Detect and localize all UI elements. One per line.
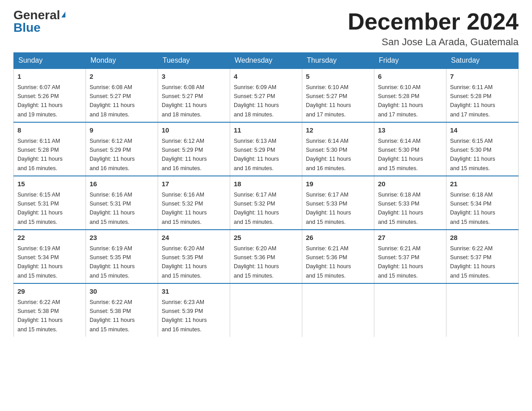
day-info: Sunrise: 6:19 AMSunset: 5:35 PMDaylight:… <box>90 245 135 279</box>
day-info: Sunrise: 6:08 AMSunset: 5:27 PMDaylight:… <box>90 84 135 118</box>
calendar-day-cell: 22 Sunrise: 6:19 AMSunset: 5:34 PMDaylig… <box>14 230 86 283</box>
day-number: 1 <box>17 72 82 82</box>
calendar-week-row: 15 Sunrise: 6:15 AMSunset: 5:31 PMDaylig… <box>14 176 519 230</box>
calendar-day-cell: 7 Sunrise: 6:11 AMSunset: 5:28 PMDayligh… <box>446 68 519 122</box>
calendar-day-cell: 24 Sunrise: 6:20 AMSunset: 5:35 PMDaylig… <box>158 230 230 283</box>
day-number: 21 <box>450 179 515 189</box>
day-info: Sunrise: 6:21 AMSunset: 5:36 PMDaylight:… <box>306 245 351 279</box>
day-number: 5 <box>306 72 370 82</box>
calendar-day-cell: 16 Sunrise: 6:16 AMSunset: 5:31 PMDaylig… <box>86 176 158 230</box>
calendar-day-cell: 20 Sunrise: 6:18 AMSunset: 5:33 PMDaylig… <box>374 176 446 230</box>
empty-cell <box>374 283 446 337</box>
calendar-day-cell: 9 Sunrise: 6:12 AMSunset: 5:29 PMDayligh… <box>86 122 158 176</box>
day-number: 27 <box>378 233 442 243</box>
day-number: 28 <box>450 233 515 243</box>
day-info: Sunrise: 6:10 AMSunset: 5:28 PMDaylight:… <box>378 84 423 118</box>
calendar-week-row: 22 Sunrise: 6:19 AMSunset: 5:34 PMDaylig… <box>14 230 519 283</box>
day-info: Sunrise: 6:18 AMSunset: 5:34 PMDaylight:… <box>450 192 495 225</box>
day-number: 23 <box>90 233 154 243</box>
day-info: Sunrise: 6:22 AMSunset: 5:38 PMDaylight:… <box>90 299 135 333</box>
day-number: 7 <box>450 72 515 82</box>
calendar-week-row: 29 Sunrise: 6:22 AMSunset: 5:38 PMDaylig… <box>14 283 519 337</box>
day-info: Sunrise: 6:19 AMSunset: 5:34 PMDaylight:… <box>17 245 63 279</box>
day-info: Sunrise: 6:15 AMSunset: 5:31 PMDaylight:… <box>17 192 63 225</box>
weekday-header-row: SundayMondayTuesdayWednesdayThursdayFrid… <box>14 53 519 69</box>
day-number: 19 <box>306 179 370 189</box>
day-number: 18 <box>234 179 298 189</box>
calendar-table: SundayMondayTuesdayWednesdayThursdayFrid… <box>13 52 519 337</box>
month-title: December 2024 <box>348 9 519 34</box>
day-number: 15 <box>17 179 82 189</box>
day-info: Sunrise: 6:11 AMSunset: 5:28 PMDaylight:… <box>17 138 63 171</box>
day-info: Sunrise: 6:16 AMSunset: 5:31 PMDaylight:… <box>90 192 135 225</box>
day-number: 24 <box>162 233 226 243</box>
calendar-day-cell: 6 Sunrise: 6:10 AMSunset: 5:28 PMDayligh… <box>374 68 446 122</box>
day-number: 29 <box>17 287 82 297</box>
calendar-day-cell: 3 Sunrise: 6:08 AMSunset: 5:27 PMDayligh… <box>158 68 230 122</box>
day-info: Sunrise: 6:07 AMSunset: 5:26 PMDaylight:… <box>17 84 63 118</box>
day-number: 11 <box>234 125 298 136</box>
day-number: 2 <box>90 72 154 82</box>
calendar-day-cell: 19 Sunrise: 6:17 AMSunset: 5:33 PMDaylig… <box>302 176 374 230</box>
day-number: 31 <box>162 287 226 297</box>
logo: General Blue <box>13 9 65 34</box>
calendar-day-cell: 30 Sunrise: 6:22 AMSunset: 5:38 PMDaylig… <box>86 283 158 337</box>
calendar-day-cell: 5 Sunrise: 6:10 AMSunset: 5:27 PMDayligh… <box>302 68 374 122</box>
day-info: Sunrise: 6:18 AMSunset: 5:33 PMDaylight:… <box>378 192 423 225</box>
empty-cell <box>230 283 302 337</box>
calendar-day-cell: 8 Sunrise: 6:11 AMSunset: 5:28 PMDayligh… <box>14 122 86 176</box>
day-info: Sunrise: 6:17 AMSunset: 5:32 PMDaylight:… <box>234 192 279 225</box>
day-info: Sunrise: 6:22 AMSunset: 5:38 PMDaylight:… <box>17 299 63 333</box>
day-number: 9 <box>90 125 154 136</box>
calendar-day-cell: 25 Sunrise: 6:20 AMSunset: 5:36 PMDaylig… <box>230 230 302 283</box>
day-info: Sunrise: 6:17 AMSunset: 5:33 PMDaylight:… <box>306 192 351 225</box>
calendar-week-row: 8 Sunrise: 6:11 AMSunset: 5:28 PMDayligh… <box>14 122 519 176</box>
day-number: 25 <box>234 233 298 243</box>
day-number: 3 <box>162 72 226 82</box>
day-info: Sunrise: 6:20 AMSunset: 5:36 PMDaylight:… <box>234 245 279 279</box>
day-number: 14 <box>450 125 515 136</box>
day-number: 26 <box>306 233 370 243</box>
calendar-week-row: 1 Sunrise: 6:07 AMSunset: 5:26 PMDayligh… <box>14 68 519 122</box>
day-number: 17 <box>162 179 226 189</box>
location-subtitle: San Jose La Arada, Guatemala <box>348 36 519 48</box>
calendar-day-cell: 11 Sunrise: 6:13 AMSunset: 5:29 PMDaylig… <box>230 122 302 176</box>
calendar-day-cell: 15 Sunrise: 6:15 AMSunset: 5:31 PMDaylig… <box>14 176 86 230</box>
calendar-day-cell: 18 Sunrise: 6:17 AMSunset: 5:32 PMDaylig… <box>230 176 302 230</box>
calendar-day-cell: 10 Sunrise: 6:12 AMSunset: 5:29 PMDaylig… <box>158 122 230 176</box>
empty-cell <box>302 283 374 337</box>
weekday-header-tuesday: Tuesday <box>158 53 230 69</box>
day-info: Sunrise: 6:14 AMSunset: 5:30 PMDaylight:… <box>306 138 351 171</box>
day-number: 6 <box>378 72 442 82</box>
calendar-day-cell: 12 Sunrise: 6:14 AMSunset: 5:30 PMDaylig… <box>302 122 374 176</box>
day-info: Sunrise: 6:22 AMSunset: 5:37 PMDaylight:… <box>450 245 495 279</box>
logo-triangle-icon <box>61 12 65 17</box>
day-info: Sunrise: 6:13 AMSunset: 5:29 PMDaylight:… <box>234 138 279 171</box>
calendar-day-cell: 2 Sunrise: 6:08 AMSunset: 5:27 PMDayligh… <box>86 68 158 122</box>
day-number: 30 <box>90 287 154 297</box>
day-info: Sunrise: 6:14 AMSunset: 5:30 PMDaylight:… <box>378 138 423 171</box>
day-number: 10 <box>162 125 226 136</box>
calendar-day-cell: 27 Sunrise: 6:21 AMSunset: 5:37 PMDaylig… <box>374 230 446 283</box>
weekday-header-wednesday: Wednesday <box>230 53 302 69</box>
day-info: Sunrise: 6:10 AMSunset: 5:27 PMDaylight:… <box>306 84 351 118</box>
calendar-day-cell: 31 Sunrise: 6:23 AMSunset: 5:39 PMDaylig… <box>158 283 230 337</box>
weekday-header-saturday: Saturday <box>446 53 519 69</box>
weekday-header-friday: Friday <box>374 53 446 69</box>
day-number: 13 <box>378 125 442 136</box>
calendar-day-cell: 17 Sunrise: 6:16 AMSunset: 5:32 PMDaylig… <box>158 176 230 230</box>
calendar-day-cell: 1 Sunrise: 6:07 AMSunset: 5:26 PMDayligh… <box>14 68 86 122</box>
day-info: Sunrise: 6:15 AMSunset: 5:30 PMDaylight:… <box>450 138 495 171</box>
calendar-day-cell: 4 Sunrise: 6:09 AMSunset: 5:27 PMDayligh… <box>230 68 302 122</box>
calendar-day-cell: 26 Sunrise: 6:21 AMSunset: 5:36 PMDaylig… <box>302 230 374 283</box>
day-info: Sunrise: 6:16 AMSunset: 5:32 PMDaylight:… <box>162 192 207 225</box>
calendar-day-cell: 21 Sunrise: 6:18 AMSunset: 5:34 PMDaylig… <box>446 176 519 230</box>
day-info: Sunrise: 6:12 AMSunset: 5:29 PMDaylight:… <box>90 138 135 171</box>
calendar-day-cell: 28 Sunrise: 6:22 AMSunset: 5:37 PMDaylig… <box>446 230 519 283</box>
day-info: Sunrise: 6:09 AMSunset: 5:27 PMDaylight:… <box>234 84 279 118</box>
day-number: 8 <box>17 125 82 136</box>
day-number: 16 <box>90 179 154 189</box>
weekday-header-monday: Monday <box>86 53 158 69</box>
day-number: 12 <box>306 125 370 136</box>
calendar-day-cell: 29 Sunrise: 6:22 AMSunset: 5:38 PMDaylig… <box>14 283 86 337</box>
